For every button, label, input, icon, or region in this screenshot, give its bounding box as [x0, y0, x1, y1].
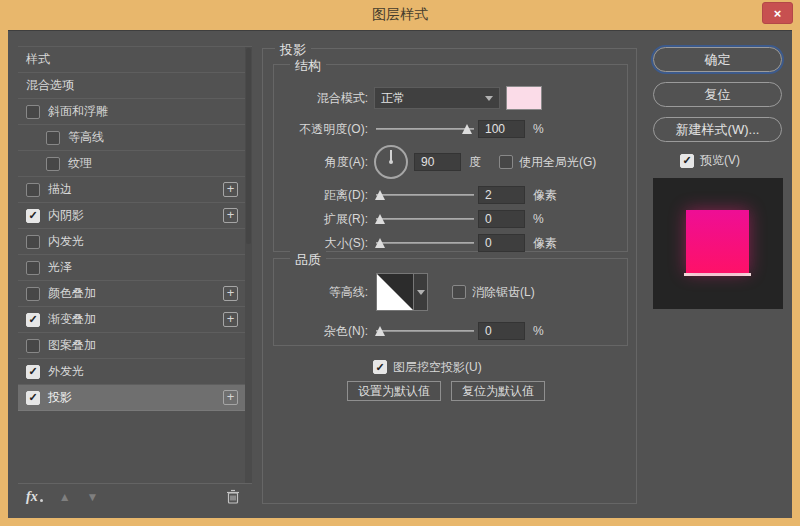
checkbox-checked-icon[interactable]: ✓ [26, 391, 40, 405]
sidebar-item-blending-options[interactable]: 混合选项 [18, 73, 252, 99]
slider-thumb[interactable] [375, 214, 385, 224]
distance-slider[interactable] [376, 189, 474, 201]
delete-effect-icon[interactable] [226, 489, 240, 504]
sidebar-item-styles[interactable]: 样式 [18, 47, 252, 73]
sidebar-item-contour[interactable]: 等高线 [18, 125, 252, 151]
distance-unit: 像素 [533, 187, 557, 204]
size-unit: 像素 [533, 235, 557, 252]
sidebar-item-color-overlay[interactable]: 颜色叠加 + [18, 281, 252, 307]
size-slider[interactable] [376, 237, 474, 249]
slider-thumb[interactable] [375, 190, 385, 200]
contour-row: 等高线: 消除锯齿(L) [274, 273, 627, 311]
checkbox-icon[interactable] [26, 105, 40, 119]
blend-mode-select[interactable]: 正常 [374, 87, 500, 109]
sidebar-item-drop-shadow[interactable]: ✓ 投影 + [18, 385, 252, 411]
reset-button[interactable]: 复位 [653, 82, 782, 107]
sidebar-item-stroke[interactable]: 描边 + [18, 177, 252, 203]
slider-track[interactable] [376, 194, 474, 196]
sidebar-item-inner-glow[interactable]: 内发光 [18, 229, 252, 255]
spread-slider[interactable] [376, 213, 474, 225]
size-input[interactable]: 0 [478, 234, 525, 252]
slider-track[interactable] [376, 128, 474, 130]
checkbox-icon[interactable] [46, 157, 60, 171]
blend-mode-row: 混合模式: 正常 [274, 85, 627, 111]
sidebar-item-texture[interactable]: 纹理 [18, 151, 252, 177]
angle-dial[interactable] [374, 145, 408, 179]
contour-picker[interactable] [376, 273, 428, 311]
checkbox-icon[interactable] [46, 131, 60, 145]
sidebar-item-label: 内发光 [48, 233, 84, 250]
sidebar-item-label: 样式 [26, 51, 50, 68]
chevron-down-icon [485, 96, 493, 101]
sidebar-item-gradient-overlay[interactable]: ✓ 渐变叠加 + [18, 307, 252, 333]
preview-toggle-row: ✓ 预览(V) [680, 152, 740, 169]
sidebar-item-label: 描边 [48, 181, 72, 198]
ok-button[interactable]: 确定 [653, 47, 782, 72]
add-instance-icon[interactable]: + [223, 312, 238, 327]
noise-unit: % [533, 324, 544, 338]
preview-drop-shadow [684, 273, 751, 276]
spread-input[interactable]: 0 [478, 210, 525, 228]
checkbox-icon[interactable] [26, 261, 40, 275]
fx-menu-button[interactable]: fx [26, 489, 38, 505]
new-style-button[interactable]: 新建样式(W)... [653, 117, 782, 142]
sidebar-item-label: 混合选项 [26, 77, 74, 94]
close-button[interactable]: × [762, 2, 793, 24]
angle-row: 角度(A): 90 度 使用全局光(G) [274, 145, 627, 179]
contour-dropdown-arrow[interactable] [414, 273, 428, 311]
move-up-icon[interactable]: ▲ [59, 490, 71, 504]
chevron-down-icon [417, 290, 425, 295]
reset-default-button[interactable]: 复位为默认值 [451, 381, 545, 401]
sidebar-item-pattern-overlay[interactable]: 图案叠加 [18, 333, 252, 359]
checkbox-checked-icon[interactable]: ✓ [26, 313, 40, 327]
structure-legend: 结构 [290, 57, 326, 75]
slider-thumb[interactable] [375, 326, 385, 336]
checkbox-checked-icon[interactable]: ✓ [26, 365, 40, 379]
anti-alias-checkbox[interactable] [452, 285, 466, 299]
opacity-unit: % [533, 122, 544, 136]
sidebar-scrollbar[interactable] [245, 47, 252, 483]
preview-checkbox[interactable]: ✓ [680, 154, 694, 168]
spread-label: 扩展(R): [274, 211, 368, 228]
sidebar-item-inner-shadow[interactable]: ✓ 内阴影 + [18, 203, 252, 229]
blend-mode-label: 混合模式: [274, 90, 368, 107]
slider-track[interactable] [376, 330, 474, 332]
title-bar[interactable]: 图层样式 [0, 0, 800, 30]
sidebar-item-bevel-emboss[interactable]: 斜面和浮雕 [18, 99, 252, 125]
checkbox-icon[interactable] [26, 339, 40, 353]
add-instance-icon[interactable]: + [223, 390, 238, 405]
sidebar-item-label: 斜面和浮雕 [48, 103, 108, 120]
sidebar-item-label: 外发光 [48, 363, 84, 380]
sidebar-item-satin[interactable]: 光泽 [18, 255, 252, 281]
sidebar-item-outer-glow[interactable]: ✓ 外发光 [18, 359, 252, 385]
angle-input[interactable]: 90 [414, 153, 461, 171]
move-down-icon[interactable]: ▼ [87, 490, 99, 504]
opacity-input[interactable]: 100 [478, 120, 525, 138]
noise-slider[interactable] [376, 325, 474, 337]
checkbox-icon[interactable] [26, 287, 40, 301]
checkbox-icon[interactable] [26, 183, 40, 197]
slider-thumb[interactable] [462, 124, 472, 134]
knockout-checkbox[interactable]: ✓ [373, 360, 387, 374]
add-instance-icon[interactable]: + [223, 208, 238, 223]
slider-track[interactable] [376, 218, 474, 220]
shadow-color-swatch[interactable] [506, 86, 542, 110]
slider-thumb[interactable] [375, 238, 385, 248]
distance-row: 距离(D): 2 像素 [274, 185, 627, 205]
add-instance-icon[interactable]: + [223, 182, 238, 197]
slider-track[interactable] [376, 242, 474, 244]
opacity-slider[interactable] [376, 123, 474, 135]
add-instance-icon[interactable]: + [223, 286, 238, 301]
distance-input[interactable]: 2 [478, 186, 525, 204]
scrollbar-thumb[interactable] [246, 48, 251, 244]
angle-label: 角度(A): [274, 154, 368, 171]
contour-thumbnail-icon[interactable] [376, 273, 414, 311]
global-light-checkbox[interactable] [499, 155, 513, 169]
style-list: 样式 混合选项 斜面和浮雕 等高线 纹理 描边 + [18, 46, 252, 483]
noise-input[interactable]: 0 [478, 322, 525, 340]
quality-legend: 品质 [290, 251, 326, 269]
checkbox-icon[interactable] [26, 235, 40, 249]
preview-label: 预览(V) [700, 152, 740, 169]
make-default-button[interactable]: 设置为默认值 [347, 381, 441, 401]
checkbox-checked-icon[interactable]: ✓ [26, 209, 40, 223]
